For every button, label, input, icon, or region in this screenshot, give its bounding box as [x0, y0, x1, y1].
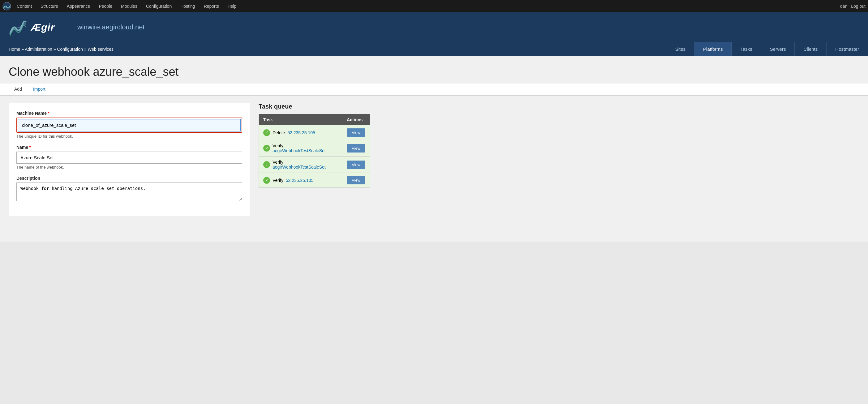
task-link-1[interactable]: 52.235.25.105: [287, 130, 315, 135]
breadcrumb-webservices[interactable]: Web services: [88, 47, 114, 52]
name-required: *: [29, 145, 31, 150]
machine-name-input[interactable]: [18, 119, 241, 131]
logo-text: Ægir: [31, 22, 55, 33]
name-field-group: Name* The name of the webhook.: [17, 145, 242, 169]
task-queue: Task queue Task Actions ✓ Delete: 52.235…: [258, 103, 370, 188]
top-nav-user-area: dan Log out: [840, 4, 866, 9]
task-label-2: Verify: aegirWebhookTestScaleSet: [273, 143, 338, 153]
description-label: Description: [17, 176, 242, 181]
user-link[interactable]: dan: [840, 4, 847, 9]
task-check-icon-3: ✓: [263, 161, 270, 168]
tab-servers[interactable]: Servers: [761, 42, 795, 56]
tab-sites[interactable]: Sites: [666, 42, 694, 56]
tab-tasks[interactable]: Tasks: [732, 42, 761, 56]
nav-reports[interactable]: Reports: [199, 0, 223, 12]
task-table-header-row: Task Actions: [259, 114, 370, 126]
breadcrumb: Home » Administration » Configuration » …: [0, 47, 666, 52]
machine-name-description: The unique ID for this webhook.: [17, 134, 242, 138]
description-textarea[interactable]: Webhook for handling Azure scale set ope…: [17, 183, 242, 201]
tab-clients[interactable]: Clients: [795, 42, 827, 56]
nav-hosting[interactable]: Hosting: [176, 0, 199, 12]
task-cell-4: ✓ Verify: 52.235.25.105: [259, 173, 343, 188]
task-cell-1: ✓ Delete: 52.235.25.105: [259, 125, 343, 140]
task-label-4: Verify: 52.235.25.105: [273, 178, 313, 183]
tab-hostmaster[interactable]: Hostmaster: [827, 42, 868, 56]
table-row: ✓ Delete: 52.235.25.105 View: [259, 125, 370, 140]
nav-structure[interactable]: Structure: [36, 0, 62, 12]
machine-name-required: *: [48, 111, 49, 116]
breadcrumb-sep2: »: [54, 47, 57, 52]
task-label-3: Verify: aegirWebhookTestScaleSet: [273, 160, 338, 169]
view-button-3[interactable]: View: [347, 160, 365, 169]
task-label-1: Delete: 52.235.25.105: [273, 130, 315, 135]
task-link-3[interactable]: aegirWebhookTestScaleSet: [273, 164, 326, 169]
machine-name-wrapper: [17, 118, 242, 133]
nav-content[interactable]: Content: [12, 0, 36, 12]
name-description: The name of the webhook.: [17, 165, 242, 169]
breadcrumb-home[interactable]: Home: [9, 47, 20, 52]
task-action-2: View: [342, 140, 370, 157]
local-tab-import[interactable]: Import: [28, 84, 51, 95]
nav-people[interactable]: People: [94, 0, 117, 12]
main-layout: Machine Name* The unique ID for this web…: [0, 96, 868, 224]
local-tab-add[interactable]: Add: [9, 84, 28, 95]
task-queue-title: Task queue: [258, 103, 370, 110]
form-area: Machine Name* The unique ID for this web…: [9, 103, 250, 216]
breadcrumb-config[interactable]: Configuration: [57, 47, 83, 52]
name-input[interactable]: [17, 152, 242, 164]
task-table: Task Actions ✓ Delete: 52.235.25.105: [258, 114, 370, 188]
top-nav-list: Content Structure Appearance People Modu…: [12, 0, 840, 12]
task-cell-3: ✓ Verify: aegirWebhookTestScaleSet: [259, 157, 343, 173]
aegir-logo-icon: [9, 18, 27, 36]
page-title: Clone webhook azure_scale_set: [9, 65, 859, 79]
sub-nav-tabs: Sites Platforms Tasks Servers Clients Ho…: [666, 42, 868, 56]
tab-platforms[interactable]: Platforms: [694, 42, 732, 56]
task-check-icon-2: ✓: [263, 145, 270, 152]
table-row: ✓ Verify: aegirWebhookTestScaleSet View: [259, 157, 370, 173]
task-link-4[interactable]: 52.235.25.105: [286, 178, 314, 183]
task-action-3: View: [342, 157, 370, 173]
task-check-icon-4: ✓: [263, 177, 270, 184]
site-logo: Ægir: [9, 18, 55, 36]
task-cell-2: ✓ Verify: aegirWebhookTestScaleSet: [259, 140, 343, 157]
task-col-header: Task: [259, 114, 343, 126]
logout-link[interactable]: Log out: [851, 4, 866, 9]
breadcrumb-sep1: »: [21, 47, 25, 52]
machine-name-label: Machine Name*: [17, 111, 242, 116]
page-title-area: Clone webhook azure_scale_set: [0, 56, 868, 84]
table-row: ✓ Verify: 52.235.25.105 View: [259, 173, 370, 188]
sub-nav: Home » Administration » Configuration » …: [0, 42, 868, 56]
view-button-2[interactable]: View: [347, 144, 365, 153]
local-tabs: Add Import: [0, 84, 868, 96]
task-link-2[interactable]: aegirWebhookTestScaleSet: [273, 148, 326, 153]
breadcrumb-sep3: »: [84, 47, 88, 52]
task-action-4: View: [342, 173, 370, 188]
name-label: Name*: [17, 145, 242, 150]
description-field-group: Description Webhook for handling Azure s…: [17, 176, 242, 202]
view-button-4[interactable]: View: [347, 176, 365, 184]
nav-appearance[interactable]: Appearance: [62, 0, 95, 12]
breadcrumb-admin[interactable]: Administration: [25, 47, 52, 52]
site-logo-icon: [2, 2, 11, 10]
task-check-icon-1: ✓: [263, 129, 270, 136]
site-name: winwire.aegircloud.net: [78, 23, 145, 31]
nav-help[interactable]: Help: [223, 0, 241, 12]
actions-col-header: Actions: [342, 114, 370, 126]
nav-configuration[interactable]: Configuration: [142, 0, 176, 12]
view-button-1[interactable]: View: [347, 128, 365, 137]
page-content: Clone webhook azure_scale_set Add Import…: [0, 56, 868, 242]
nav-modules[interactable]: Modules: [117, 0, 142, 12]
top-nav: Content Structure Appearance People Modu…: [0, 0, 868, 12]
machine-name-field-group: Machine Name* The unique ID for this web…: [17, 111, 242, 138]
table-row: ✓ Verify: aegirWebhookTestScaleSet View: [259, 140, 370, 157]
task-action-1: View: [342, 125, 370, 140]
site-header: Ægir winwire.aegircloud.net: [0, 12, 868, 42]
